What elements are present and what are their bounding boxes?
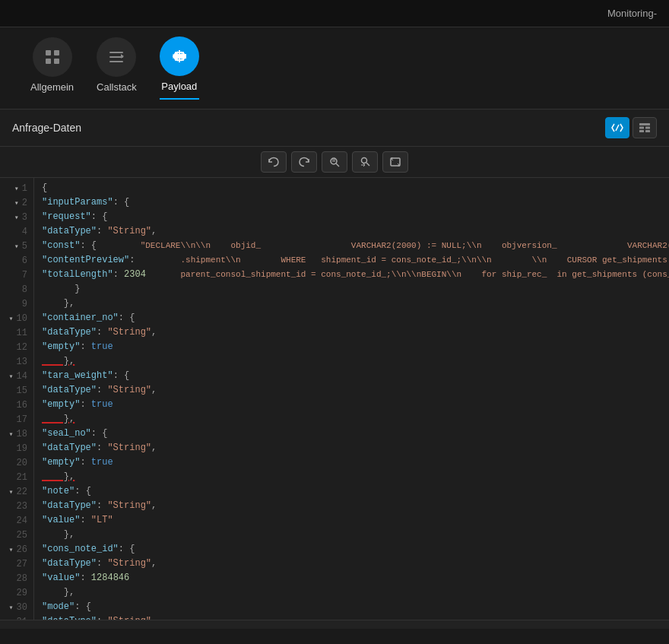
callstack-label: Callstack <box>97 81 137 93</box>
line-num-23: 23 <box>0 499 33 513</box>
svg-rect-2 <box>46 59 51 64</box>
section-header: Anfrage-Daten <box>0 109 669 147</box>
code-line-16: "empty": true <box>42 398 669 412</box>
line-num-10: ▾10 <box>0 311 33 325</box>
line-num-24: 24 <box>0 513 33 528</box>
line-num-17: 17 <box>0 412 33 427</box>
expand-button[interactable] <box>382 151 408 173</box>
line-num-12: 12 <box>0 340 33 354</box>
svg-rect-10 <box>639 127 644 129</box>
allgemein-label: Allgemein <box>30 81 74 93</box>
code-line-9: }, <box>42 297 669 311</box>
line-num-25: 25 <box>0 528 33 542</box>
code-line-26: "cons_note_id": { <box>42 542 669 557</box>
tab-allgemein[interactable]: Allgemein <box>30 37 74 99</box>
svg-line-19 <box>366 163 369 166</box>
line-num-31: 31 <box>0 614 33 620</box>
line-num-14: ▾14 <box>0 369 33 383</box>
payload-icon <box>160 36 199 76</box>
table-view-button[interactable] <box>633 117 657 138</box>
code-line-21: }, <box>42 470 669 484</box>
code-line-27: "dataType": "String", <box>42 557 669 571</box>
code-line-1: { <box>42 181 669 195</box>
code-line-12: "empty": true <box>42 340 669 354</box>
search-button[interactable] <box>322 151 347 173</box>
horizontal-scrollbar[interactable] <box>0 620 669 629</box>
payload-label: Payload <box>161 81 197 92</box>
app-title: Monitoring- <box>607 8 657 19</box>
code-line-24: "value": "LT" <box>42 513 669 528</box>
code-content[interactable]: { "inputParams": { "request": { "dataTyp… <box>34 178 669 620</box>
allgemein-icon <box>33 37 72 77</box>
code-line-30: "mode": { <box>42 600 669 614</box>
code-line-14: "tara_weight": { <box>42 369 669 383</box>
line-num-9: 9 <box>0 297 33 311</box>
code-line-6: "contentPreview": "DECLARE\\n\\n objid_ … <box>42 253 669 268</box>
svg-rect-13 <box>645 130 650 132</box>
svg-rect-9 <box>639 123 650 125</box>
code-toolbar <box>0 147 669 178</box>
line-num-4: 4 <box>0 224 33 239</box>
code-line-11: "dataType": "String", <box>42 325 669 340</box>
line-num-3: ▾3 <box>0 210 33 224</box>
svg-rect-0 <box>46 50 51 56</box>
line-num-7: 7 <box>0 268 33 282</box>
svg-rect-12 <box>639 130 644 132</box>
line-num-27: 27 <box>0 557 33 571</box>
code-line-2: "inputParams": { <box>42 195 669 210</box>
line-num-11: 11 <box>0 325 33 340</box>
line-num-26: ▾26 <box>0 542 33 557</box>
code-view-button[interactable] <box>605 117 629 138</box>
svg-marker-7 <box>121 54 124 59</box>
line-num-5: ▾5 <box>0 239 33 253</box>
callstack-icon <box>97 37 136 77</box>
code-line-8: } <box>42 282 669 297</box>
tab-callstack[interactable]: Callstack <box>97 37 137 99</box>
nav-tabs: Allgemein Callstack Payload <box>0 27 669 109</box>
line-num-19: 19 <box>0 441 33 455</box>
line-num-6: 6 <box>0 253 33 268</box>
svg-rect-6 <box>109 61 123 62</box>
line-num-2: ▾2 <box>0 195 33 210</box>
section-title: Anfrage-Daten <box>12 122 81 134</box>
line-num-22: ▾22 <box>0 484 33 499</box>
code-line-17: }, <box>42 412 669 427</box>
svg-rect-1 <box>54 50 59 56</box>
code-line-19: "dataType": "String", <box>42 441 669 455</box>
code-line-3: "request": { <box>42 210 669 224</box>
search-replace-button[interactable] <box>352 151 378 173</box>
line-num-16: 16 <box>0 398 33 412</box>
code-line-13: }, <box>42 354 669 369</box>
line-numbers: ▾1▾2▾3 4▾5 6 7 8 9▾10 11 12 13▾14 15 16 … <box>0 178 34 620</box>
code-line-23: "dataType": "String", <box>42 499 669 513</box>
line-num-28: 28 <box>0 571 33 585</box>
line-num-15: 15 <box>0 383 33 398</box>
undo-button[interactable] <box>261 151 287 173</box>
svg-point-18 <box>362 158 367 163</box>
code-line-31: "dataType": "String", <box>42 614 669 620</box>
code-line-22: "note": { <box>42 484 669 499</box>
line-num-8: 8 <box>0 282 33 297</box>
redo-button[interactable] <box>291 151 317 173</box>
code-line-4: "dataType": "String", <box>42 224 669 239</box>
tab-payload[interactable]: Payload <box>160 36 199 100</box>
code-line-15: "dataType": "String", <box>42 383 669 398</box>
line-num-13: 13 <box>0 354 33 369</box>
code-line-18: "seal_no": { <box>42 427 669 441</box>
line-num-30: ▾30 <box>0 600 33 614</box>
line-num-21: 21 <box>0 470 33 484</box>
line-num-20: 20 <box>0 455 33 470</box>
code-line-25: }, <box>42 528 669 542</box>
top-bar: Monitoring- <box>0 0 669 27</box>
code-editor: ▾1▾2▾3 4▾5 6 7 8 9▾10 11 12 13▾14 15 16 … <box>0 178 669 620</box>
svg-rect-4 <box>109 52 123 53</box>
svg-rect-11 <box>645 127 650 129</box>
svg-rect-3 <box>54 59 59 64</box>
svg-line-15 <box>336 163 339 167</box>
line-num-18: ▾18 <box>0 427 33 441</box>
line-num-29: 29 <box>0 585 33 600</box>
svg-line-8 <box>616 125 619 131</box>
section-view-buttons <box>605 117 657 138</box>
code-line-29: }, <box>42 585 669 600</box>
line-num-1: ▾1 <box>0 181 33 195</box>
